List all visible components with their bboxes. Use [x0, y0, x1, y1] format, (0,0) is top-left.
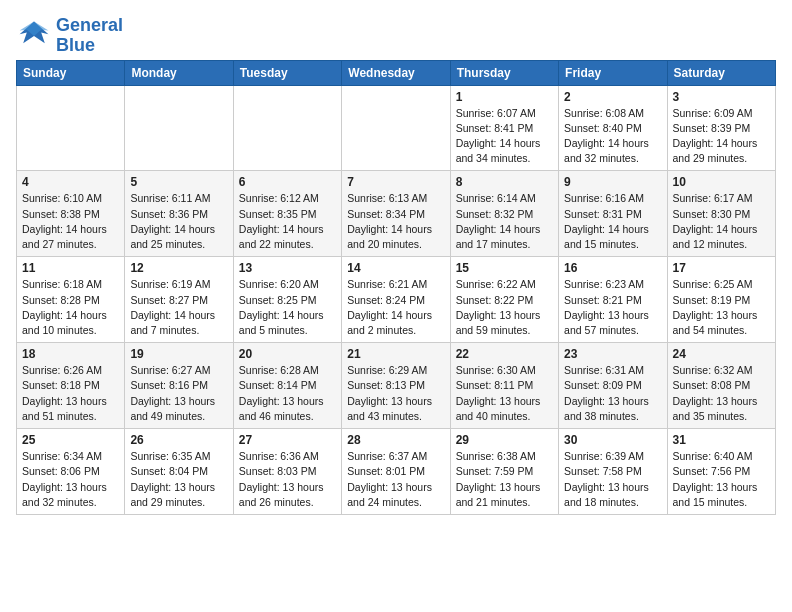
day-number: 10: [673, 175, 770, 189]
day-number: 12: [130, 261, 227, 275]
day-info: Sunrise: 6:08 AM Sunset: 8:40 PM Dayligh…: [564, 106, 661, 167]
day-number: 31: [673, 433, 770, 447]
day-number: 8: [456, 175, 553, 189]
day-info: Sunrise: 6:27 AM Sunset: 8:16 PM Dayligh…: [130, 363, 227, 424]
day-number: 19: [130, 347, 227, 361]
calendar-cell: 13Sunrise: 6:20 AM Sunset: 8:25 PM Dayli…: [233, 257, 341, 343]
calendar-cell: 31Sunrise: 6:40 AM Sunset: 7:56 PM Dayli…: [667, 429, 775, 515]
day-info: Sunrise: 6:18 AM Sunset: 8:28 PM Dayligh…: [22, 277, 119, 338]
calendar-cell: 14Sunrise: 6:21 AM Sunset: 8:24 PM Dayli…: [342, 257, 450, 343]
calendar-cell: 29Sunrise: 6:38 AM Sunset: 7:59 PM Dayli…: [450, 429, 558, 515]
calendar-cell: [342, 85, 450, 171]
calendar-cell: 5Sunrise: 6:11 AM Sunset: 8:36 PM Daylig…: [125, 171, 233, 257]
day-info: Sunrise: 6:35 AM Sunset: 8:04 PM Dayligh…: [130, 449, 227, 510]
day-number: 5: [130, 175, 227, 189]
weekday-header-row: SundayMondayTuesdayWednesdayThursdayFrid…: [17, 60, 776, 85]
calendar-body: 1Sunrise: 6:07 AM Sunset: 8:41 PM Daylig…: [17, 85, 776, 514]
day-info: Sunrise: 6:12 AM Sunset: 8:35 PM Dayligh…: [239, 191, 336, 252]
calendar-cell: 7Sunrise: 6:13 AM Sunset: 8:34 PM Daylig…: [342, 171, 450, 257]
day-number: 28: [347, 433, 444, 447]
day-info: Sunrise: 6:32 AM Sunset: 8:08 PM Dayligh…: [673, 363, 770, 424]
calendar-cell: [125, 85, 233, 171]
day-info: Sunrise: 6:09 AM Sunset: 8:39 PM Dayligh…: [673, 106, 770, 167]
day-info: Sunrise: 6:30 AM Sunset: 8:11 PM Dayligh…: [456, 363, 553, 424]
calendar-cell: 21Sunrise: 6:29 AM Sunset: 8:13 PM Dayli…: [342, 343, 450, 429]
week-row-2: 4Sunrise: 6:10 AM Sunset: 8:38 PM Daylig…: [17, 171, 776, 257]
calendar-cell: 2Sunrise: 6:08 AM Sunset: 8:40 PM Daylig…: [559, 85, 667, 171]
day-number: 17: [673, 261, 770, 275]
calendar-cell: 4Sunrise: 6:10 AM Sunset: 8:38 PM Daylig…: [17, 171, 125, 257]
weekday-header-friday: Friday: [559, 60, 667, 85]
calendar-cell: 11Sunrise: 6:18 AM Sunset: 8:28 PM Dayli…: [17, 257, 125, 343]
calendar-cell: 25Sunrise: 6:34 AM Sunset: 8:06 PM Dayli…: [17, 429, 125, 515]
calendar-cell: 9Sunrise: 6:16 AM Sunset: 8:31 PM Daylig…: [559, 171, 667, 257]
day-info: Sunrise: 6:28 AM Sunset: 8:14 PM Dayligh…: [239, 363, 336, 424]
calendar-cell: 22Sunrise: 6:30 AM Sunset: 8:11 PM Dayli…: [450, 343, 558, 429]
day-info: Sunrise: 6:13 AM Sunset: 8:34 PM Dayligh…: [347, 191, 444, 252]
day-info: Sunrise: 6:10 AM Sunset: 8:38 PM Dayligh…: [22, 191, 119, 252]
day-info: Sunrise: 6:20 AM Sunset: 8:25 PM Dayligh…: [239, 277, 336, 338]
calendar-cell: 12Sunrise: 6:19 AM Sunset: 8:27 PM Dayli…: [125, 257, 233, 343]
day-number: 23: [564, 347, 661, 361]
day-info: Sunrise: 6:19 AM Sunset: 8:27 PM Dayligh…: [130, 277, 227, 338]
day-number: 20: [239, 347, 336, 361]
weekday-header-tuesday: Tuesday: [233, 60, 341, 85]
calendar-cell: 26Sunrise: 6:35 AM Sunset: 8:04 PM Dayli…: [125, 429, 233, 515]
day-number: 2: [564, 90, 661, 104]
calendar-cell: 20Sunrise: 6:28 AM Sunset: 8:14 PM Dayli…: [233, 343, 341, 429]
calendar-cell: 16Sunrise: 6:23 AM Sunset: 8:21 PM Dayli…: [559, 257, 667, 343]
day-info: Sunrise: 6:36 AM Sunset: 8:03 PM Dayligh…: [239, 449, 336, 510]
calendar-cell: 28Sunrise: 6:37 AM Sunset: 8:01 PM Dayli…: [342, 429, 450, 515]
calendar-cell: [17, 85, 125, 171]
svg-marker-1: [20, 21, 49, 35]
day-number: 1: [456, 90, 553, 104]
day-number: 24: [673, 347, 770, 361]
week-row-3: 11Sunrise: 6:18 AM Sunset: 8:28 PM Dayli…: [17, 257, 776, 343]
calendar-table: SundayMondayTuesdayWednesdayThursdayFrid…: [16, 60, 776, 515]
weekday-header-thursday: Thursday: [450, 60, 558, 85]
day-number: 25: [22, 433, 119, 447]
day-number: 4: [22, 175, 119, 189]
day-info: Sunrise: 6:07 AM Sunset: 8:41 PM Dayligh…: [456, 106, 553, 167]
day-info: Sunrise: 6:39 AM Sunset: 7:58 PM Dayligh…: [564, 449, 661, 510]
calendar-cell: [233, 85, 341, 171]
week-row-5: 25Sunrise: 6:34 AM Sunset: 8:06 PM Dayli…: [17, 429, 776, 515]
calendar-cell: 10Sunrise: 6:17 AM Sunset: 8:30 PM Dayli…: [667, 171, 775, 257]
day-number: 9: [564, 175, 661, 189]
calendar-cell: 17Sunrise: 6:25 AM Sunset: 8:19 PM Dayli…: [667, 257, 775, 343]
day-number: 21: [347, 347, 444, 361]
day-info: Sunrise: 6:37 AM Sunset: 8:01 PM Dayligh…: [347, 449, 444, 510]
calendar-cell: 27Sunrise: 6:36 AM Sunset: 8:03 PM Dayli…: [233, 429, 341, 515]
day-info: Sunrise: 6:38 AM Sunset: 7:59 PM Dayligh…: [456, 449, 553, 510]
calendar-cell: 19Sunrise: 6:27 AM Sunset: 8:16 PM Dayli…: [125, 343, 233, 429]
weekday-header-sunday: Sunday: [17, 60, 125, 85]
day-number: 7: [347, 175, 444, 189]
week-row-4: 18Sunrise: 6:26 AM Sunset: 8:18 PM Dayli…: [17, 343, 776, 429]
day-info: Sunrise: 6:40 AM Sunset: 7:56 PM Dayligh…: [673, 449, 770, 510]
calendar-cell: 30Sunrise: 6:39 AM Sunset: 7:58 PM Dayli…: [559, 429, 667, 515]
day-number: 13: [239, 261, 336, 275]
day-info: Sunrise: 6:29 AM Sunset: 8:13 PM Dayligh…: [347, 363, 444, 424]
day-number: 11: [22, 261, 119, 275]
day-info: Sunrise: 6:21 AM Sunset: 8:24 PM Dayligh…: [347, 277, 444, 338]
week-row-1: 1Sunrise: 6:07 AM Sunset: 8:41 PM Daylig…: [17, 85, 776, 171]
day-info: Sunrise: 6:34 AM Sunset: 8:06 PM Dayligh…: [22, 449, 119, 510]
day-number: 3: [673, 90, 770, 104]
calendar-cell: 6Sunrise: 6:12 AM Sunset: 8:35 PM Daylig…: [233, 171, 341, 257]
day-number: 30: [564, 433, 661, 447]
calendar-cell: 3Sunrise: 6:09 AM Sunset: 8:39 PM Daylig…: [667, 85, 775, 171]
day-info: Sunrise: 6:23 AM Sunset: 8:21 PM Dayligh…: [564, 277, 661, 338]
calendar-cell: 24Sunrise: 6:32 AM Sunset: 8:08 PM Dayli…: [667, 343, 775, 429]
day-number: 15: [456, 261, 553, 275]
calendar-cell: 23Sunrise: 6:31 AM Sunset: 8:09 PM Dayli…: [559, 343, 667, 429]
day-number: 14: [347, 261, 444, 275]
page-header: General Blue: [16, 16, 776, 56]
day-info: Sunrise: 6:14 AM Sunset: 8:32 PM Dayligh…: [456, 191, 553, 252]
day-info: Sunrise: 6:17 AM Sunset: 8:30 PM Dayligh…: [673, 191, 770, 252]
day-number: 26: [130, 433, 227, 447]
day-info: Sunrise: 6:22 AM Sunset: 8:22 PM Dayligh…: [456, 277, 553, 338]
calendar-cell: 15Sunrise: 6:22 AM Sunset: 8:22 PM Dayli…: [450, 257, 558, 343]
day-info: Sunrise: 6:16 AM Sunset: 8:31 PM Dayligh…: [564, 191, 661, 252]
day-info: Sunrise: 6:11 AM Sunset: 8:36 PM Dayligh…: [130, 191, 227, 252]
weekday-header-monday: Monday: [125, 60, 233, 85]
